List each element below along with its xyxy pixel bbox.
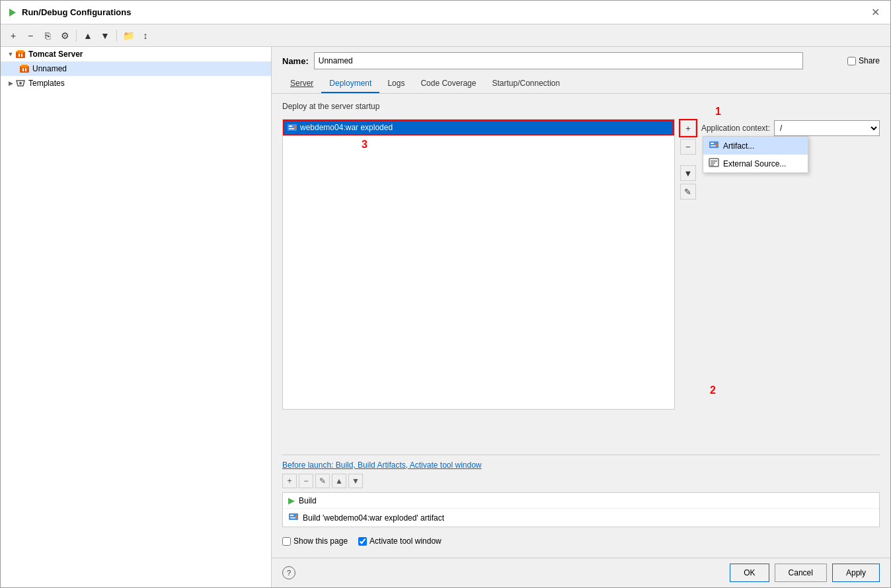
svg-rect-24 bbox=[290, 515, 293, 516]
svg-rect-22 bbox=[711, 165, 714, 166]
external-source-icon bbox=[709, 157, 719, 170]
move-down-artifact-button[interactable]: ▼ bbox=[680, 165, 696, 181]
annotation-1: 1 bbox=[715, 106, 721, 118]
share-label: Share bbox=[859, 56, 880, 65]
sidebar-item-templates[interactable]: ▶ Templates bbox=[1, 76, 271, 91]
add-artifact-container: + bbox=[680, 120, 696, 136]
svg-rect-13 bbox=[289, 128, 294, 129]
dropdown-artifact-label: Artifact... bbox=[723, 141, 754, 151]
tab-server[interactable]: Server bbox=[282, 75, 321, 93]
toolbar: + − ⎘ ⚙ ▲ ▼ 📁 ↕ bbox=[1, 24, 890, 47]
remove-artifact-button[interactable]: − bbox=[680, 139, 696, 155]
edit-artifact-button[interactable]: ✎ bbox=[680, 184, 696, 200]
expand-arrow: ▼ bbox=[6, 50, 15, 59]
show-page-checkbox[interactable] bbox=[282, 537, 291, 546]
settings-button[interactable]: ⚙ bbox=[58, 28, 72, 43]
bl-artifact-icon bbox=[288, 511, 299, 524]
app-context-label: Application context: bbox=[701, 124, 770, 133]
bottom-buttons: ? OK Cancel Apply bbox=[272, 558, 890, 587]
bottom-options: Show this page Activate tool window bbox=[282, 533, 880, 550]
remove-config-button[interactable]: − bbox=[23, 28, 38, 43]
bl-up-button[interactable]: ▲ bbox=[332, 474, 346, 488]
tab-startup[interactable]: Startup/Connection bbox=[484, 75, 568, 93]
dropdown-external-label: External Source... bbox=[723, 159, 786, 168]
activate-window-option: Activate tool window bbox=[358, 536, 442, 546]
templates-label: Templates bbox=[28, 79, 65, 88]
unnamed-icon bbox=[19, 63, 30, 74]
svg-rect-5 bbox=[21, 54, 22, 57]
activate-window-label: Activate tool window bbox=[369, 536, 442, 546]
right-panel: Name: Share Server Deployment Logs Code … bbox=[272, 47, 890, 587]
title-bar-left: Run/Debug Configurations bbox=[7, 7, 131, 18]
toolbar-separator-2 bbox=[116, 30, 117, 42]
close-button[interactable]: ✕ bbox=[867, 5, 884, 20]
tomcat-group-icon bbox=[15, 49, 26, 59]
svg-rect-16 bbox=[711, 143, 714, 144]
name-input[interactable] bbox=[314, 52, 803, 69]
dialog-title: Run/Debug Configurations bbox=[22, 7, 131, 17]
artifact-dropdown: Artifact... bbox=[703, 136, 808, 173]
tomcat-server-group[interactable]: ▼ Tomcat Server bbox=[1, 47, 271, 61]
tab-logs[interactable]: Logs bbox=[379, 75, 412, 93]
svg-rect-8 bbox=[22, 68, 24, 71]
bl-down-button[interactable]: ▼ bbox=[348, 474, 363, 488]
bl-build-label: Build bbox=[299, 496, 317, 505]
svg-rect-20 bbox=[711, 161, 717, 162]
copy-config-button[interactable]: ⎘ bbox=[40, 28, 55, 43]
activate-window-checkbox[interactable] bbox=[358, 537, 367, 546]
sidebar: ▼ Tomcat Server bbox=[1, 47, 272, 587]
sidebar-item-unnamed[interactable]: Unnamed bbox=[1, 61, 271, 76]
share-area: Share bbox=[847, 56, 880, 65]
svg-point-10 bbox=[19, 82, 22, 85]
before-launch-section: Before launch: Build, Build Artifacts, A… bbox=[282, 455, 880, 527]
deploy-label: Deploy at the server startup bbox=[282, 102, 880, 111]
bl-edit-button[interactable]: ✎ bbox=[315, 474, 330, 488]
artifact-menu-icon bbox=[709, 139, 719, 152]
dropdown-item-external[interactable]: External Source... bbox=[703, 155, 808, 172]
tab-code-coverage[interactable]: Code Coverage bbox=[412, 75, 484, 93]
unnamed-label: Unnamed bbox=[32, 64, 67, 73]
deploy-list-container: webdemo04:war exploded bbox=[282, 119, 675, 410]
bl-remove-button[interactable]: − bbox=[299, 474, 313, 488]
deploy-list-item[interactable]: webdemo04:war exploded bbox=[283, 120, 674, 135]
ok-button[interactable]: OK bbox=[730, 564, 769, 582]
name-bar: Name: Share bbox=[272, 47, 890, 75]
help-button[interactable]: ? bbox=[282, 566, 295, 579]
bl-add-button[interactable]: + bbox=[282, 474, 297, 488]
move-up-button[interactable]: ▲ bbox=[81, 28, 95, 43]
before-launch-header[interactable]: Before launch: Build, Build Artifacts, A… bbox=[282, 460, 880, 470]
add-artifact-button[interactable]: + bbox=[680, 120, 696, 136]
before-launch-list: ▶ Build bbox=[282, 492, 880, 527]
move-down-button[interactable]: ▼ bbox=[98, 28, 112, 43]
templates-arrow: ▶ bbox=[6, 79, 15, 88]
sort-button[interactable]: ↕ bbox=[138, 28, 153, 43]
title-bar: Run/Debug Configurations ✕ bbox=[1, 1, 890, 24]
templates-icon bbox=[15, 78, 26, 89]
svg-rect-21 bbox=[711, 163, 715, 164]
deploy-item-icon bbox=[287, 122, 297, 133]
run-debug-dialog: Run/Debug Configurations ✕ + − ⎘ ⚙ ▲ ▼ 📁… bbox=[0, 0, 891, 588]
dropdown-item-artifact[interactable]: Artifact... bbox=[703, 137, 808, 155]
folder-button[interactable]: 📁 bbox=[121, 28, 136, 43]
annotation-2: 2 bbox=[710, 385, 716, 396]
tab-deployment[interactable]: Deployment bbox=[321, 75, 379, 93]
tomcat-server-label: Tomcat Server bbox=[28, 50, 83, 59]
app-context-select[interactable]: / bbox=[774, 120, 880, 136]
svg-marker-0 bbox=[9, 9, 16, 17]
build-icon: ▶ bbox=[288, 496, 295, 505]
name-label: Name: bbox=[282, 56, 309, 66]
tabs-bar: Server Deployment Logs Code Coverage Sta… bbox=[272, 75, 890, 94]
show-page-label: Show this page bbox=[293, 536, 348, 546]
share-checkbox[interactable] bbox=[847, 57, 856, 65]
svg-rect-25 bbox=[290, 517, 295, 519]
run-debug-icon bbox=[7, 7, 18, 18]
apply-button[interactable]: Apply bbox=[832, 564, 880, 582]
add-config-button[interactable]: + bbox=[6, 28, 20, 43]
show-page-option: Show this page bbox=[282, 536, 348, 546]
panel-body: Deploy at the server startup 1 bbox=[272, 94, 890, 558]
cancel-button[interactable]: Cancel bbox=[775, 564, 827, 582]
annotation-3: 3 bbox=[362, 139, 368, 151]
svg-rect-4 bbox=[19, 54, 20, 57]
bl-item-artifact[interactable]: Build 'webdemo04:war exploded' artifact bbox=[283, 508, 879, 527]
bl-item-build[interactable]: ▶ Build bbox=[283, 493, 879, 508]
